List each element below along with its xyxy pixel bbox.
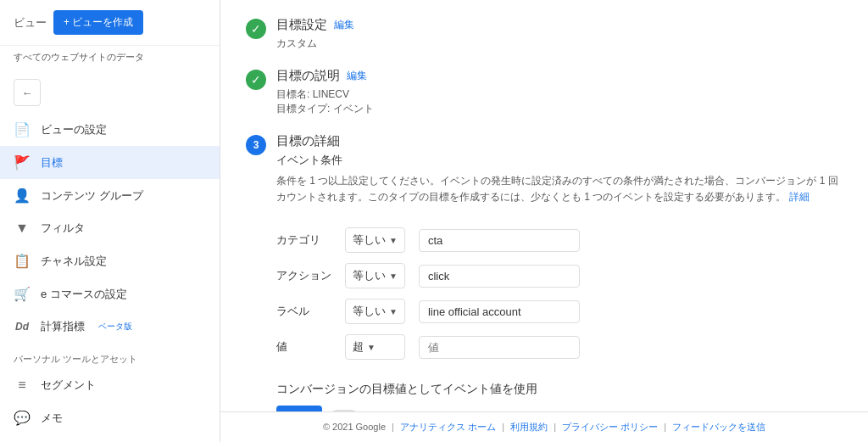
sidebar-item-ecommerce[interactable]: 🛒 e コマースの設定 — [0, 277, 220, 311]
sidebar-item-goals[interactable]: 🚩 目標 — [0, 146, 220, 179]
person-icon: 👤 — [14, 187, 31, 204]
step2-icon: ✓ — [246, 70, 266, 90]
flag-icon: 🚩 — [14, 154, 31, 171]
sidebar-subtitle: すべてのウェブサイトのデータ — [0, 46, 220, 72]
form-row-category: カテゴリ 等しい ▼ — [276, 226, 587, 255]
personal-nav: ≡ セグメント 💬 メモ — [0, 369, 220, 434]
memo-icon: 💬 — [14, 410, 31, 426]
section-title: イベント条件 — [276, 153, 843, 168]
step3: 3 目標の詳細 イベント条件 条件を 1 つ以上設定してください。イベントの発生… — [246, 133, 843, 411]
chevron-down-icon: ▼ — [389, 236, 398, 245]
back-button[interactable]: ← — [14, 79, 41, 106]
step1-content: 目標設定 編集 カスタム — [276, 17, 843, 51]
step3-content: 目標の詳細 イベント条件 条件を 1 つ以上設定してください。イベントの発生時に… — [276, 133, 843, 411]
sidebar-item-label: チャネル設定 — [41, 254, 107, 269]
category-label: カテゴリ — [276, 233, 320, 246]
chevron-down-icon: ▼ — [367, 343, 376, 352]
label-label: ラベル — [276, 305, 309, 317]
footer-link-terms[interactable]: 利用規約 — [510, 422, 548, 432]
view-label: ビュー — [14, 15, 47, 31]
category-value-input[interactable] — [419, 229, 580, 252]
personal-section-label: パーソナル ツールとアセット — [0, 343, 220, 369]
sidebar-item-label: メモ — [41, 411, 63, 426]
form-row-value: 値 超 ▼ — [276, 333, 587, 361]
sidebar-item-memo[interactable]: 💬 メモ — [0, 401, 220, 434]
conversion-title: コンバージョンの目標値としてイベント値を使用 — [276, 382, 843, 397]
step1-title: 目標設定 — [276, 17, 327, 33]
main-content: ✓ 目標設定 編集 カスタム ✓ 目標の説明 — [220, 0, 868, 411]
sidebar-item-label: 計算指標 — [41, 319, 85, 334]
beta-badge: ベータ版 — [98, 321, 132, 333]
sidebar-nav: 📄 ビューの設定 🚩 目標 👤 コンテンツ グループ ▼ フィルタ 📋 チャネル… — [0, 113, 220, 343]
detail-link[interactable]: 詳細 — [789, 191, 810, 203]
step1-edit[interactable]: 編集 — [334, 18, 354, 32]
step2-content: 目標の説明 編集 目標名: LINECV 目標タイプ: イベント — [276, 68, 843, 116]
step3-desc: 条件を 1 つ以上設定してください。イベントの発生時に設定済みのすべての条件が満… — [276, 173, 843, 205]
sidebar-item-label: フィルタ — [41, 221, 85, 236]
sidebar-item-filter[interactable]: ▼ フィルタ — [0, 212, 220, 244]
document-icon: 📄 — [14, 121, 31, 137]
conversion-section: コンバージョンの目標値としてイベント値を使用 はい 上の条件で走査され、イベント… — [276, 382, 843, 411]
footer-link-analytics[interactable]: アナリティクス ホーム — [400, 422, 496, 432]
category-condition-select[interactable]: 等しい ▼ — [345, 227, 405, 253]
label-condition-select[interactable]: 等しい ▼ — [345, 299, 405, 324]
step2-line1: 目標名: LINECV — [276, 87, 843, 102]
sidebar-item-content-group[interactable]: 👤 コンテンツ グループ — [0, 179, 220, 212]
sidebar-item-label: 目標 — [41, 155, 63, 171]
step1-subtitle: カスタム — [276, 36, 843, 51]
step2-line2: 目標タイプ: イベント — [276, 102, 843, 116]
sidebar-item-channel-settings[interactable]: 📋 チャネル設定 — [0, 244, 220, 277]
filter-icon: ▼ — [14, 221, 31, 236]
cart-icon: 🛒 — [14, 286, 31, 302]
action-value-input[interactable] — [419, 265, 580, 288]
value-condition-select[interactable]: 超 ▼ — [345, 334, 405, 360]
sidebar-item-calc-metrics[interactable]: Dd 計算指標 ベータ版 — [0, 311, 220, 343]
step2: ✓ 目標の説明 編集 目標名: LINECV 目標タイプ: イベント — [246, 68, 843, 116]
sidebar-item-view-settings[interactable]: 📄 ビューの設定 — [0, 113, 220, 146]
step3-title: 目標の詳細 — [276, 133, 340, 149]
value-label: 値 — [276, 340, 287, 353]
toggle-row: はい — [276, 406, 843, 411]
chevron-down-icon: ▼ — [389, 271, 398, 281]
create-view-button[interactable]: + ビューを作成 — [53, 10, 143, 35]
action-label: アクション — [276, 269, 331, 282]
label-value-input[interactable] — [419, 300, 580, 323]
sidebar-item-label: ビューの設定 — [41, 122, 107, 137]
step1: ✓ 目標設定 編集 カスタム — [246, 17, 843, 51]
form-row-label: ラベル 等しい ▼ — [276, 297, 587, 326]
step3-icon: 3 — [246, 135, 266, 155]
toggle-switch[interactable] — [329, 410, 359, 411]
footer-link-privacy[interactable]: プライバシー ポリシー — [562, 422, 658, 432]
segment-icon: ≡ — [14, 378, 31, 393]
chevron-down-icon: ▼ — [389, 307, 398, 316]
back-icon: ← — [22, 87, 33, 99]
value-value-input[interactable] — [419, 336, 580, 359]
copyright: © 2021 Google — [323, 422, 386, 432]
sidebar: ビュー + ビューを作成 すべてのウェブサイトのデータ ← 📄 ビューの設定 🚩… — [0, 0, 220, 442]
footer-link-feedback[interactable]: フィードバックを送信 — [672, 422, 765, 432]
step2-title: 目標の説明 — [276, 68, 340, 84]
channel-icon: 📋 — [14, 253, 31, 269]
sidebar-item-label: コンテンツ グループ — [41, 188, 143, 204]
footer: © 2021 Google | アナリティクス ホーム | 利用規約 | プライ… — [220, 411, 868, 442]
action-condition-select[interactable]: 等しい ▼ — [345, 263, 405, 288]
form-row-action: アクション 等しい ▼ — [276, 261, 587, 290]
step2-edit[interactable]: 編集 — [347, 69, 367, 83]
event-condition-form: カテゴリ 等しい ▼ — [276, 219, 587, 368]
sidebar-header: ビュー + ビューを作成 — [0, 0, 220, 46]
sidebar-item-label: セグメント — [41, 378, 96, 393]
step1-icon: ✓ — [246, 19, 266, 39]
calc-icon: Dd — [14, 321, 31, 333]
sidebar-item-segment[interactable]: ≡ セグメント — [0, 369, 220, 401]
yes-button[interactable]: はい — [276, 406, 322, 411]
sidebar-item-label: e コマースの設定 — [41, 287, 127, 302]
